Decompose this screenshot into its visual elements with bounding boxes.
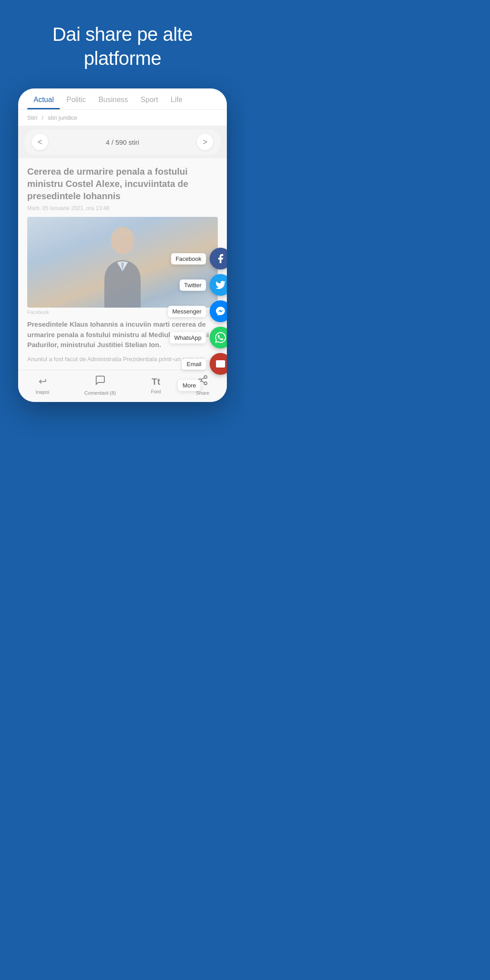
facebook-button[interactable] — [210, 248, 227, 270]
back-label: Inapoi — [36, 389, 49, 395]
back-icon: ↩ — [39, 376, 47, 387]
share-row-twitter: Twitter — [180, 274, 227, 296]
tab-sport[interactable]: Sport — [134, 96, 164, 109]
more-tooltip: More — [178, 380, 201, 391]
person-svg — [95, 226, 150, 308]
messenger-label: Messenger — [168, 306, 206, 317]
toolbar-back[interactable]: ↩ Inapoi — [36, 376, 49, 395]
twitter-button[interactable] — [210, 274, 227, 296]
svg-point-0 — [111, 227, 134, 254]
hero-section: Dai share pe alte platforme — [0, 0, 245, 84]
next-button[interactable]: > — [197, 134, 213, 150]
tab-actual[interactable]: Actual — [27, 96, 60, 109]
tab-business[interactable]: Business — [92, 96, 134, 109]
share-row-email: Email — [182, 353, 227, 375]
font-label: Font — [151, 389, 161, 394]
comments-label: Comentarii (8) — [84, 390, 116, 396]
breadcrumb: Stiri / stiri juridice — [18, 110, 227, 126]
nav-tabs: Actual Politic Business Sport Life — [18, 88, 227, 110]
share-row-whatsapp: WhatsApp — [170, 327, 227, 348]
phone-frame: Actual Politic Business Sport Life Stiri… — [18, 88, 227, 402]
toolbar-font[interactable]: Tt Font — [151, 377, 161, 394]
share-row-messenger: Messenger — [168, 300, 227, 322]
twitter-label: Twitter — [180, 279, 206, 291]
email-button[interactable] — [210, 353, 227, 375]
breadcrumb-sep: / — [42, 114, 44, 121]
prev-button[interactable]: < — [32, 134, 48, 150]
facebook-label: Facebook — [171, 253, 206, 265]
whatsapp-button[interactable] — [210, 327, 227, 348]
breadcrumb-child[interactable]: stiri juridice — [48, 114, 77, 121]
pagination-info: 4 / 590 stiri — [106, 138, 139, 146]
email-label: Email — [182, 358, 206, 370]
svg-line-5 — [201, 378, 204, 380]
messenger-button[interactable] — [210, 300, 227, 322]
article-title: Cererea de urmarire penala a fostului mi… — [27, 158, 218, 205]
phone-mockup-container: Actual Politic Business Sport Life Stiri… — [0, 84, 245, 402]
share-row-facebook: Facebook — [171, 248, 227, 270]
font-icon: Tt — [152, 377, 160, 387]
svg-point-1 — [204, 376, 207, 378]
pagination-bar: < 4 / 590 stiri > — [24, 129, 220, 155]
breadcrumb-root[interactable]: Stiri — [27, 114, 37, 121]
hero-title: Dai share pe alte platforme — [14, 23, 231, 70]
svg-point-3 — [204, 382, 207, 385]
share-overlay: Facebook Twitter — [168, 248, 227, 375]
article-date: Marti, 05 Ianuarie 2021, ora 13:48 — [27, 205, 218, 217]
comments-icon — [95, 375, 106, 388]
whatsapp-label: WhatsApp — [170, 332, 206, 343]
tab-life[interactable]: Life — [164, 96, 189, 109]
svg-line-4 — [201, 381, 204, 383]
tab-politic[interactable]: Politic — [60, 96, 92, 109]
toolbar-comments[interactable]: Comentarii (8) — [84, 375, 116, 396]
